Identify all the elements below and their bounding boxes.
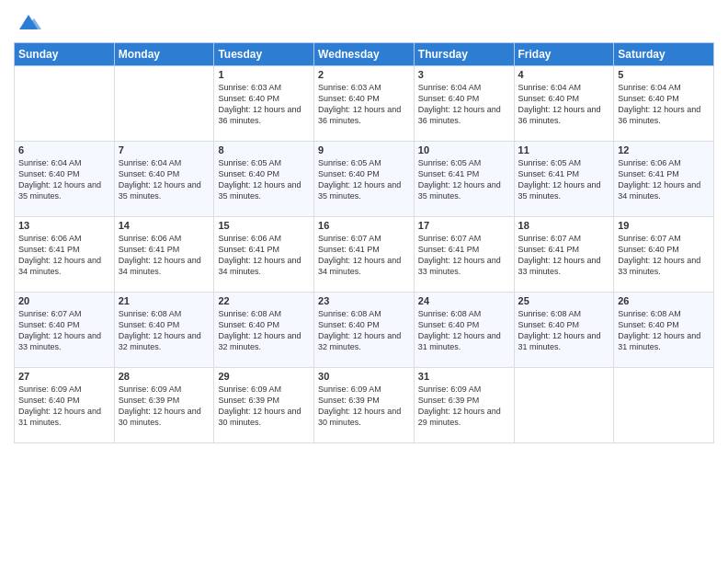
day-number: 7 [119,144,210,155]
day-number: 15 [218,220,310,231]
calendar-cell [614,368,714,443]
cell-content: Sunrise: 6:07 AMSunset: 6:41 PMDaylight:… [518,233,610,278]
cell-content: Sunrise: 6:09 AMSunset: 6:39 PMDaylight:… [318,384,410,429]
calendar-cell: 31Sunrise: 6:09 AMSunset: 6:39 PMDayligh… [414,368,514,443]
day-number: 27 [18,371,110,382]
cell-content: Sunrise: 6:04 AMSunset: 6:40 PMDaylight:… [518,82,610,127]
calendar-cell: 22Sunrise: 6:08 AMSunset: 6:40 PMDayligh… [214,293,314,368]
calendar-cell: 12Sunrise: 6:06 AMSunset: 6:41 PMDayligh… [614,142,714,217]
cell-content: Sunrise: 6:04 AMSunset: 6:40 PMDaylight:… [618,82,710,127]
week-row-3: 13Sunrise: 6:06 AMSunset: 6:41 PMDayligh… [15,217,714,293]
day-header-monday: Monday [114,43,214,66]
calendar-cell: 29Sunrise: 6:09 AMSunset: 6:39 PMDayligh… [214,368,314,443]
cell-content: Sunrise: 6:07 AMSunset: 6:41 PMDaylight:… [318,233,410,278]
day-number: 10 [418,144,510,155]
day-number: 17 [418,220,510,231]
cell-content: Sunrise: 6:04 AMSunset: 6:40 PMDaylight:… [418,82,510,127]
cell-content: Sunrise: 6:03 AMSunset: 6:40 PMDaylight:… [218,82,310,127]
calendar-cell: 4Sunrise: 6:04 AMSunset: 6:40 PMDaylight… [514,66,614,142]
day-number: 16 [318,220,410,231]
cell-content: Sunrise: 6:08 AMSunset: 6:40 PMDaylight:… [318,308,410,353]
cell-content: Sunrise: 6:06 AMSunset: 6:41 PMDaylight:… [218,233,310,278]
calendar-cell [114,66,214,142]
calendar-cell: 8Sunrise: 6:05 AMSunset: 6:40 PMDaylight… [214,142,314,217]
cell-content: Sunrise: 6:06 AMSunset: 6:41 PMDaylight:… [618,157,710,202]
calendar-table: SundayMondayTuesdayWednesdayThursdayFrid… [14,42,714,443]
cell-content: Sunrise: 6:09 AMSunset: 6:39 PMDaylight:… [218,384,310,429]
cell-content: Sunrise: 6:09 AMSunset: 6:39 PMDaylight:… [119,384,210,429]
calendar-cell: 2Sunrise: 6:03 AMSunset: 6:40 PMDaylight… [314,66,415,142]
cell-content: Sunrise: 6:09 AMSunset: 6:39 PMDaylight:… [418,384,510,429]
day-header-sunday: Sunday [15,43,115,66]
day-number: 6 [18,144,110,155]
day-number: 18 [518,220,610,231]
calendar-cell: 14Sunrise: 6:06 AMSunset: 6:41 PMDayligh… [114,217,214,293]
calendar-cell: 16Sunrise: 6:07 AMSunset: 6:41 PMDayligh… [314,217,415,293]
calendar-cell: 11Sunrise: 6:05 AMSunset: 6:41 PMDayligh… [514,142,614,217]
cell-content: Sunrise: 6:04 AMSunset: 6:40 PMDaylight:… [119,157,210,202]
cell-content: Sunrise: 6:04 AMSunset: 6:40 PMDaylight:… [18,157,110,202]
calendar-cell [514,368,614,443]
week-row-2: 6Sunrise: 6:04 AMSunset: 6:40 PMDaylight… [15,142,714,217]
day-header-wednesday: Wednesday [314,43,415,66]
week-row-1: 1Sunrise: 6:03 AMSunset: 6:40 PMDaylight… [15,66,714,142]
calendar-cell [15,66,115,142]
calendar-cell: 18Sunrise: 6:07 AMSunset: 6:41 PMDayligh… [514,217,614,293]
cell-content: Sunrise: 6:08 AMSunset: 6:40 PMDaylight:… [418,308,510,353]
day-number: 20 [18,295,110,306]
calendar-cell: 19Sunrise: 6:07 AMSunset: 6:40 PMDayligh… [614,217,714,293]
cell-content: Sunrise: 6:07 AMSunset: 6:40 PMDaylight:… [618,233,710,278]
day-number: 29 [218,371,310,382]
cell-content: Sunrise: 6:08 AMSunset: 6:40 PMDaylight:… [618,308,710,353]
day-number: 1 [218,69,310,80]
day-number: 12 [618,144,710,155]
cell-content: Sunrise: 6:06 AMSunset: 6:41 PMDaylight:… [18,233,110,278]
day-number: 31 [418,371,510,382]
cell-content: Sunrise: 6:03 AMSunset: 6:40 PMDaylight:… [318,82,410,127]
day-number: 3 [418,69,510,80]
day-number: 22 [218,295,310,306]
cell-content: Sunrise: 6:08 AMSunset: 6:40 PMDaylight:… [518,308,610,353]
cell-content: Sunrise: 6:06 AMSunset: 6:41 PMDaylight:… [119,233,210,278]
calendar-cell: 27Sunrise: 6:09 AMSunset: 6:40 PMDayligh… [15,368,115,443]
cell-content: Sunrise: 6:05 AMSunset: 6:41 PMDaylight:… [418,157,510,202]
day-number: 28 [119,371,210,382]
calendar-cell: 1Sunrise: 6:03 AMSunset: 6:40 PMDaylight… [214,66,314,142]
calendar-cell: 5Sunrise: 6:04 AMSunset: 6:40 PMDaylight… [614,66,714,142]
calendar-cell: 15Sunrise: 6:06 AMSunset: 6:41 PMDayligh… [214,217,314,293]
calendar-cell: 26Sunrise: 6:08 AMSunset: 6:40 PMDayligh… [614,293,714,368]
logo [14,9,41,35]
day-number: 26 [618,295,710,306]
day-number: 19 [618,220,710,231]
day-number: 14 [119,220,210,231]
week-row-5: 27Sunrise: 6:09 AMSunset: 6:40 PMDayligh… [15,368,714,443]
day-number: 8 [218,144,310,155]
week-row-4: 20Sunrise: 6:07 AMSunset: 6:40 PMDayligh… [15,293,714,368]
day-number: 2 [318,69,410,80]
cell-content: Sunrise: 6:07 AMSunset: 6:40 PMDaylight:… [18,308,110,353]
day-number: 9 [318,144,410,155]
day-number: 23 [318,295,410,306]
calendar-cell: 13Sunrise: 6:06 AMSunset: 6:41 PMDayligh… [15,217,115,293]
logo-icon [16,9,41,35]
day-number: 24 [418,295,510,306]
day-number: 30 [318,371,410,382]
day-header-saturday: Saturday [614,43,714,66]
day-header-friday: Friday [514,43,614,66]
calendar-cell: 10Sunrise: 6:05 AMSunset: 6:41 PMDayligh… [414,142,514,217]
calendar-cell: 20Sunrise: 6:07 AMSunset: 6:40 PMDayligh… [15,293,115,368]
header [14,9,714,35]
calendar-cell: 23Sunrise: 6:08 AMSunset: 6:40 PMDayligh… [314,293,415,368]
day-number: 25 [518,295,610,306]
page: SundayMondayTuesdayWednesdayThursdayFrid… [0,0,728,563]
day-number: 13 [18,220,110,231]
calendar-cell: 28Sunrise: 6:09 AMSunset: 6:39 PMDayligh… [114,368,214,443]
cell-content: Sunrise: 6:05 AMSunset: 6:41 PMDaylight:… [518,157,610,202]
cell-content: Sunrise: 6:08 AMSunset: 6:40 PMDaylight:… [218,308,310,353]
calendar-cell: 7Sunrise: 6:04 AMSunset: 6:40 PMDaylight… [114,142,214,217]
day-header-thursday: Thursday [414,43,514,66]
calendar-cell: 9Sunrise: 6:05 AMSunset: 6:40 PMDaylight… [314,142,415,217]
cell-content: Sunrise: 6:05 AMSunset: 6:40 PMDaylight:… [218,157,310,202]
day-number: 11 [518,144,610,155]
day-number: 5 [618,69,710,80]
